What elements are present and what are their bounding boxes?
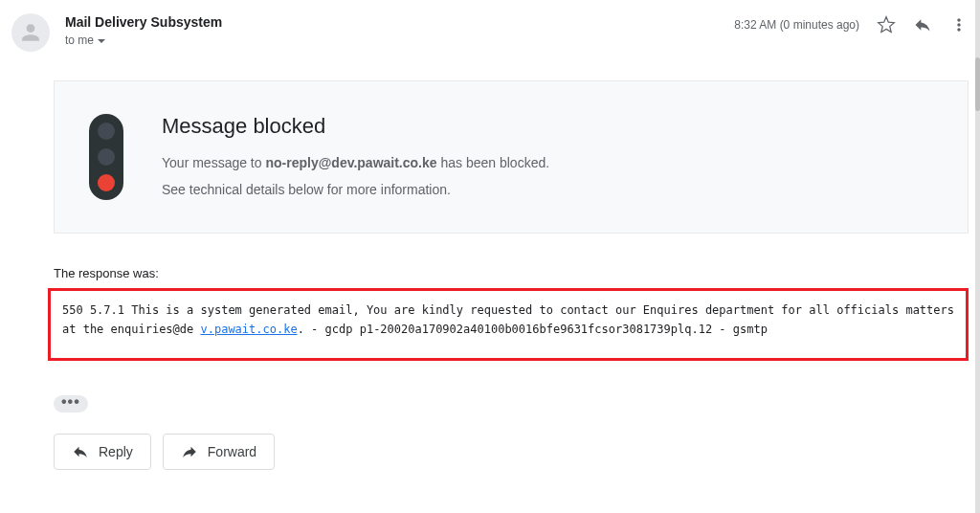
star-icon — [877, 15, 896, 34]
show-trimmed-button[interactable]: ••• — [54, 395, 88, 413]
recipient-label: to me — [65, 33, 94, 47]
blocked-recipient-email: no-reply@dev.pawait.co.ke — [265, 155, 436, 170]
scrollbar-thumb[interactable] — [975, 57, 980, 111]
chevron-down-icon — [98, 39, 105, 43]
response-box: 550 5.7.1 This is a system generated ema… — [48, 288, 969, 361]
bulb-off-top — [98, 123, 115, 140]
header-actions: 8:32 AM (0 minutes ago) — [734, 13, 969, 34]
sender-info: Mail Delivery Subsystem to me — [65, 13, 734, 48]
forward-icon — [181, 443, 198, 460]
reply-button[interactable]: Reply — [54, 434, 151, 470]
blocked-card-text: Message blocked Your message to no-reply… — [162, 108, 549, 206]
response-link[interactable]: v.pawait.co.ke — [201, 323, 298, 336]
response-label: The response was: — [54, 266, 969, 280]
blocked-line1: Your message to no-reply@dev.pawait.co.k… — [162, 152, 549, 173]
star-button[interactable] — [877, 15, 896, 34]
timestamp: 8:32 AM (0 minutes ago) — [734, 18, 859, 32]
sender-avatar[interactable] — [11, 13, 50, 52]
reply-label: Reply — [99, 444, 133, 459]
blocked-line2: See technical details below for more inf… — [162, 179, 549, 200]
more-button[interactable] — [949, 15, 969, 34]
bulb-red — [98, 174, 115, 191]
stoplight-icon — [89, 114, 123, 200]
reply-icon — [913, 15, 932, 34]
reply-icon — [72, 443, 89, 460]
trimmed-content-wrapper: ••• — [54, 393, 969, 413]
person-icon — [20, 22, 41, 43]
blocked-line1-before: Your message to — [162, 155, 265, 170]
more-vert-icon — [949, 15, 969, 34]
forward-button[interactable]: Forward — [163, 434, 275, 470]
blocked-card: Message blocked Your message to no-reply… — [54, 80, 969, 234]
recipient-line[interactable]: to me — [65, 33, 105, 47]
blocked-title: Message blocked — [162, 114, 549, 139]
message-header: Mail Delivery Subsystem to me 8:32 AM (0… — [0, 0, 980, 52]
email-message-view: Mail Delivery Subsystem to me 8:32 AM (0… — [0, 0, 980, 513]
reply-icon-button[interactable] — [913, 15, 932, 34]
message-actions: Reply Forward — [54, 434, 969, 470]
bulb-off-mid — [98, 148, 115, 166]
sender-name: Mail Delivery Subsystem — [65, 13, 734, 31]
blocked-line1-after: has been blocked. — [437, 155, 550, 170]
forward-label: Forward — [208, 444, 256, 459]
response-text-after: . - gcdp p1-20020a170902a40100b0016bfe96… — [298, 323, 768, 336]
